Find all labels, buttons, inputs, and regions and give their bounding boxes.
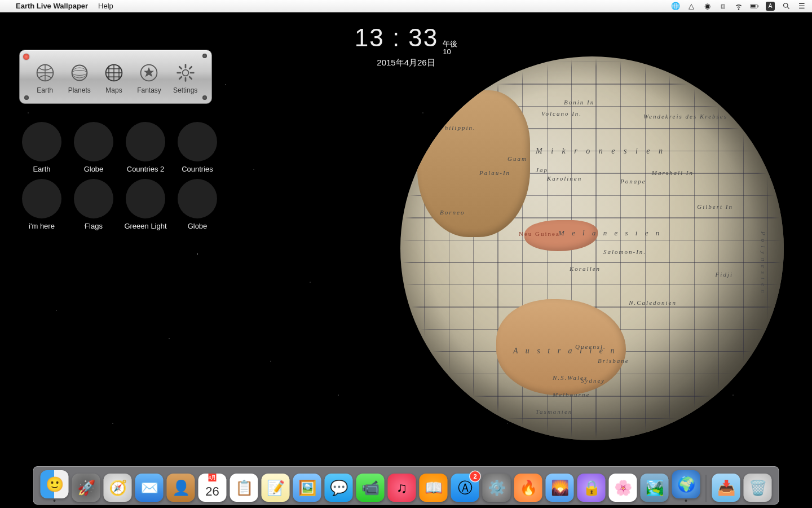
calendar-day: 26 — [205, 481, 219, 502]
thumbnail — [126, 122, 165, 161]
map-label: Palau-In — [479, 169, 510, 176]
app-menu[interactable]: Earth Live Wallpaper — [16, 2, 88, 10]
dock-notes[interactable]: 📝 — [262, 474, 290, 502]
appstore-badge: 2 — [470, 471, 480, 481]
gear-icon: ⚙️ — [483, 474, 511, 502]
dock-mail[interactable]: ✉️ — [135, 474, 164, 502]
clock-seconds: 10 — [443, 48, 457, 56]
battery-icon[interactable] — [750, 2, 759, 11]
thumbnail — [74, 122, 113, 161]
dock-1password[interactable]: 🔒 — [577, 474, 606, 502]
wallpaper-label: Globe — [69, 165, 118, 173]
globe-icon: 🌍 — [672, 470, 700, 498]
dock-finder[interactable]: 🙂 — [41, 470, 69, 502]
svg-line-4 — [787, 7, 789, 8]
wallpaper-globe[interactable]: Globe — [69, 122, 118, 173]
svg-point-8 — [72, 68, 87, 78]
wallpaper-imhere[interactable]: i'm here — [17, 179, 67, 230]
dock-downloads[interactable]: 📥 — [712, 474, 740, 502]
wallpaper-label: Flags — [69, 222, 118, 230]
category-label: Maps — [103, 86, 125, 94]
finder-icon: 🙂 — [41, 470, 69, 498]
dock-messages[interactable]: 💬 — [325, 474, 353, 502]
live-wallpaper-globe: Wendekreis des Krebses Karolinen Marshal… — [400, 56, 784, 440]
photos-icon: 🌸 — [609, 474, 637, 502]
dock-facetime[interactable]: 📹 — [356, 474, 385, 502]
trash-icon: 🗑️ — [744, 474, 772, 502]
wallpaper-label: Countries 2 — [121, 165, 170, 173]
map-label: P o l y n e s i e n — [760, 231, 767, 294]
dock-reminders[interactable]: 📋 — [230, 474, 258, 502]
wallpaper-flags[interactable]: Flags — [69, 179, 118, 230]
dock-launchpad[interactable]: 🚀 — [72, 474, 100, 502]
map-label: Jap — [536, 167, 548, 173]
map-label: Korallen — [570, 265, 601, 272]
dock-preview-alt[interactable]: 🖼️ — [293, 474, 321, 502]
map-label: Fidji — [716, 271, 733, 278]
facetime-icon: 📹 — [356, 474, 385, 502]
category-maps[interactable]: Maps — [103, 62, 125, 94]
category-earth[interactable]: Earth — [34, 62, 56, 94]
map-label: Ponape — [620, 178, 646, 185]
svg-point-3 — [783, 3, 788, 8]
map-label: Tasmanien — [536, 408, 572, 415]
menu-bar: Earth Live Wallpaper Help 🌐 △ ◉ ⧈ A ☰ — [0, 0, 812, 12]
preview-icon: 🌄 — [546, 474, 574, 502]
contacts-icon: 👤 — [167, 474, 195, 502]
dock-safari[interactable]: 🧭 — [104, 474, 132, 502]
category-fantasy[interactable]: Fantasy — [137, 62, 161, 94]
thumbnail — [74, 179, 113, 218]
notification-center-icon[interactable]: ☰ — [797, 2, 806, 11]
lock-icon: 🔒 — [577, 474, 606, 502]
dock-itunes[interactable]: ♫ — [388, 474, 416, 502]
calendar-month: 4月 — [208, 474, 216, 481]
wallpaper-countries[interactable]: Countries — [173, 122, 222, 173]
wallpaper-label: Globe — [173, 222, 222, 230]
dock-trash[interactable]: 🗑️ — [744, 474, 772, 502]
dock-photo-editor[interactable]: 🏞️ — [641, 474, 669, 502]
dock-separator — [706, 475, 707, 502]
panel-close-button[interactable] — [23, 54, 29, 60]
category-settings[interactable]: Settings — [173, 62, 197, 94]
input-source-icon[interactable]: A — [766, 2, 775, 11]
globe-status-icon[interactable]: 🌐 — [671, 2, 680, 11]
map-label: Borneo — [440, 209, 465, 216]
dropbox-icon[interactable]: ⧈ — [718, 2, 727, 11]
dock-system-preferences[interactable]: ⚙️ — [483, 474, 511, 502]
launchpad-icon: 🚀 — [72, 474, 100, 502]
map-label: Gilbert In — [697, 203, 733, 210]
status-circle-icon[interactable]: ◉ — [703, 2, 712, 11]
dock-appstore[interactable]: Ⓐ2 — [451, 474, 479, 502]
dock: 🙂 🚀 🧭 ✉️ 👤 4月 26 📋 📝 🖼️ 💬 📹 ♫ 📖 Ⓐ2 ⚙️ 🔥 … — [33, 466, 779, 505]
category-planets[interactable]: Planets — [68, 62, 91, 94]
dock-contacts[interactable]: 👤 — [167, 474, 195, 502]
category-label: Fantasy — [137, 86, 161, 94]
category-label: Earth — [34, 86, 56, 94]
wallpaper-label: i'm here — [17, 222, 67, 230]
spotlight-icon[interactable] — [782, 2, 791, 11]
dock-earth-live-wallpaper[interactable]: 🌍 — [672, 470, 700, 502]
flame-icon: 🔥 — [514, 474, 542, 502]
wallpaper-earth[interactable]: Earth — [17, 122, 67, 173]
google-drive-icon[interactable]: △ — [687, 2, 696, 11]
photo-editor-icon: 🏞️ — [641, 474, 669, 502]
dock-ibooks[interactable]: 📖 — [420, 474, 448, 502]
downloads-icon: 📥 — [712, 474, 740, 502]
category-label: Settings — [173, 86, 197, 94]
dock-preview[interactable]: 🌄 — [546, 474, 574, 502]
planets-icon — [68, 62, 91, 84]
dock-orange-app[interactable]: 🔥 — [514, 474, 542, 502]
dock-calendar[interactable]: 4月 26 — [198, 474, 227, 502]
help-menu[interactable]: Help — [98, 2, 113, 10]
calendar-icon: 4月 26 — [198, 474, 227, 502]
dock-photos[interactable]: 🌸 — [609, 474, 637, 502]
map-label: Wendekreis des Krebses — [643, 113, 727, 120]
map-label: M e l a n e s i e n — [558, 229, 662, 238]
wifi-icon[interactable] — [734, 2, 743, 11]
wallpaper-countries2[interactable]: Countries 2 — [121, 122, 170, 173]
wallpaper-greenlight[interactable]: Greeen Light — [121, 179, 170, 230]
map-label: M i k r o n e s i e n — [536, 147, 666, 156]
safari-icon: 🧭 — [104, 474, 132, 502]
wallpaper-globe2[interactable]: Globe — [173, 179, 222, 230]
map-label: Salomon-In. — [603, 248, 646, 255]
